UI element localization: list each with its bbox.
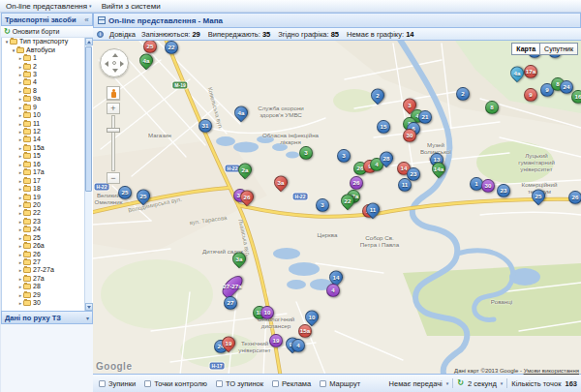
bus-marker[interactable]: 31 bbox=[199, 119, 212, 133]
checkbox-box[interactable] bbox=[216, 380, 223, 387]
bus-marker[interactable]: 16 bbox=[571, 90, 581, 104]
map-type-button[interactable]: Супутник bbox=[540, 43, 578, 55]
map-canvas[interactable] bbox=[93, 41, 581, 375]
tree-node-buses[interactable]: Автобуси bbox=[2, 45, 93, 53]
tree-route-item[interactable]: 26а bbox=[2, 242, 93, 250]
tree-route-item[interactable]: 14 bbox=[2, 136, 93, 143]
scrollbar-thumb[interactable] bbox=[85, 46, 92, 192]
bus-marker[interactable]: 4 bbox=[291, 339, 305, 352]
zoom-out-button[interactable]: − bbox=[107, 172, 120, 184]
tree-route-item[interactable]: 2 bbox=[2, 62, 93, 70]
menu-online-view[interactable]: On-line представлення ▾ bbox=[6, 2, 92, 11]
tree-route-item[interactable]: 27-27а bbox=[2, 266, 93, 274]
bus-marker[interactable]: 15а bbox=[298, 324, 312, 338]
checkbox-box[interactable] bbox=[144, 380, 151, 387]
terms-link[interactable]: Умови використання bbox=[524, 368, 579, 374]
tree-route-item[interactable]: 16 bbox=[2, 161, 93, 168]
tree-route-item[interactable]: 8 bbox=[2, 87, 93, 95]
tree-route-item[interactable]: 20 bbox=[2, 201, 93, 209]
bus-marker[interactable]: 3 bbox=[316, 198, 329, 212]
map-pan-control[interactable] bbox=[100, 48, 129, 77]
tree-route-item[interactable]: 9а bbox=[2, 95, 93, 103]
tree-route-item[interactable]: 26 bbox=[2, 250, 93, 257]
bus-marker[interactable]: 22 bbox=[165, 41, 178, 54]
tree-scrollbar[interactable] bbox=[84, 38, 92, 311]
bus-marker[interactable]: 11 bbox=[398, 178, 412, 192]
layer-checkbox[interactable]: Точки контролю bbox=[144, 379, 207, 388]
layer-checkbox[interactable]: Зупинки bbox=[99, 379, 136, 388]
layer-checkbox[interactable]: Маршрут bbox=[320, 379, 360, 388]
tree-route-item[interactable]: 15а bbox=[2, 144, 93, 152]
zoom-in-button[interactable]: + bbox=[107, 103, 120, 114]
bus-marker[interactable]: 25 bbox=[143, 41, 157, 53]
pan-left-icon[interactable] bbox=[105, 61, 108, 67]
tree-route-item[interactable]: 22 bbox=[2, 209, 93, 217]
menu-logout[interactable]: Вийти з системи bbox=[102, 2, 161, 11]
bus-marker[interactable]: 26 bbox=[350, 176, 363, 190]
tree-route-item[interactable]: 17а bbox=[2, 168, 93, 176]
tree-route-item[interactable]: 11 bbox=[2, 119, 93, 127]
refresh-boards-button[interactable]: ↻ Оновити борти bbox=[1, 26, 93, 38]
tree-route-item[interactable]: 27 bbox=[2, 258, 93, 266]
bus-marker[interactable]: 17а bbox=[524, 65, 537, 78]
tree-route-item[interactable]: 28 bbox=[2, 283, 93, 290]
map-type-button[interactable]: Карта bbox=[511, 43, 540, 55]
tree-route-item[interactable]: 4 bbox=[2, 78, 93, 86]
tree-route-item[interactable]: 19 bbox=[2, 193, 93, 200]
bus-marker[interactable]: 10 bbox=[260, 306, 274, 319]
layer-checkbox[interactable]: ТО зупинок bbox=[216, 379, 263, 388]
bus-marker[interactable]: 25 bbox=[118, 186, 132, 199]
map-area[interactable]: Служба охорони здоров'я УМВСМагазинОблас… bbox=[93, 41, 581, 375]
bus-marker[interactable]: 24 bbox=[560, 80, 573, 94]
tree-route-item[interactable]: 3 bbox=[2, 71, 93, 78]
tree-node-transport-type[interactable]: Тип транспорту bbox=[2, 38, 93, 45]
map-place-label: Луцький гуманітарний університет bbox=[518, 152, 555, 172]
tree-route-item[interactable]: 10 bbox=[2, 111, 93, 119]
bus-marker[interactable]: 23 bbox=[497, 184, 510, 197]
tree-route-item[interactable]: 17 bbox=[2, 176, 93, 184]
pan-right-icon[interactable] bbox=[120, 61, 124, 67]
tree-route-item[interactable]: 29 bbox=[2, 291, 93, 299]
bus-marker[interactable]: 30 bbox=[481, 179, 495, 193]
tree-route-item[interactable]: 12 bbox=[2, 128, 93, 136]
street-view-pegman-icon[interactable] bbox=[107, 86, 120, 100]
scroll-down-icon[interactable] bbox=[85, 303, 93, 311]
layer-checkbox[interactable]: Реклама bbox=[272, 379, 311, 388]
scroll-up-icon[interactable] bbox=[85, 38, 93, 45]
checkbox-box[interactable] bbox=[99, 380, 106, 387]
bus-marker[interactable]: 19 bbox=[269, 334, 283, 347]
tree-route-item[interactable]: 18 bbox=[2, 185, 93, 193]
pan-down-icon[interactable] bbox=[112, 69, 118, 73]
tree-route-item[interactable]: 15 bbox=[2, 152, 93, 160]
movement-data-panel-header[interactable]: Дані по руху ТЗ ▾ bbox=[1, 311, 93, 324]
tree-route-item[interactable]: 25 bbox=[2, 234, 93, 242]
bus-marker[interactable]: 8 bbox=[485, 101, 499, 114]
bus-marker[interactable]: 15 bbox=[377, 120, 390, 134]
tree-route-item[interactable]: 23 bbox=[2, 218, 93, 226]
collapse-panel-icon[interactable]: « bbox=[81, 15, 92, 25]
tree-route-item[interactable]: 27а bbox=[2, 275, 93, 283]
bus-marker[interactable]: 21 bbox=[418, 110, 432, 124]
bus-marker[interactable]: 2 bbox=[456, 87, 470, 101]
bus-marker[interactable]: 3 bbox=[299, 146, 313, 160]
bus-marker[interactable]: 3 bbox=[337, 149, 351, 163]
bus-marker[interactable]: 26 bbox=[568, 191, 581, 204]
chevron-down-icon[interactable]: ▾ bbox=[446, 381, 449, 386]
bus-marker[interactable]: 27 bbox=[224, 296, 237, 310]
bus-marker[interactable]: 9 bbox=[524, 88, 537, 102]
tree-route-item[interactable]: 1 bbox=[2, 54, 93, 62]
no-transmission-dropdown[interactable]: Немає передачі bbox=[389, 379, 443, 388]
zoom-slider-handle[interactable] bbox=[107, 128, 120, 133]
pan-center-icon[interactable] bbox=[112, 61, 116, 65]
tree-route-item[interactable]: 24 bbox=[2, 226, 93, 233]
zoom-slider-track[interactable] bbox=[111, 115, 115, 171]
bus-marker[interactable]: 30 bbox=[403, 129, 416, 142]
checkbox-box[interactable] bbox=[272, 380, 279, 387]
tree-route-item[interactable]: 30 bbox=[2, 299, 93, 307]
checkbox-box[interactable] bbox=[320, 380, 326, 387]
refresh-interval-dropdown[interactable]: 2 секунд bbox=[468, 379, 497, 388]
chevron-down-icon[interactable]: ▾ bbox=[501, 381, 504, 386]
tree-route-item[interactable]: 9 bbox=[2, 104, 93, 111]
bus-marker[interactable]: 4 bbox=[326, 284, 340, 297]
pan-up-icon[interactable] bbox=[112, 53, 118, 57]
